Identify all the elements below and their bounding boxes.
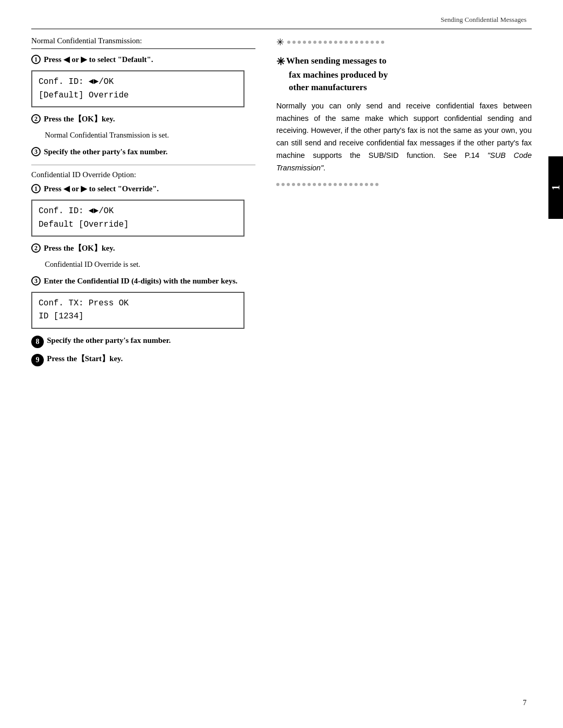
step-8-text: Specify the other party's fax number.	[47, 335, 171, 346]
sub-step-2-sub: Confidential ID Override is set.	[45, 259, 255, 270]
step-9-text: Press the【Start】key.	[47, 353, 123, 364]
lcd1-line1: Conf. ID: ◄►/OK	[39, 76, 237, 89]
sub-step-1-circle: 1	[31, 184, 41, 193]
sub-step-1: 1 Press ◀ or ▶ to select "Override".	[31, 183, 255, 194]
heading-icon: ✳	[276, 56, 285, 67]
sub-step-3-text: Enter the Confidential ID (4-digits) wit…	[44, 276, 238, 287]
page-header: Sending Confidential Messages	[440, 16, 527, 24]
step-2-text: Press the【OK】key.	[44, 114, 115, 125]
top-rule	[31, 29, 532, 29]
side-tab-number: 1	[550, 185, 562, 190]
sub-step-2-circle: 2	[31, 243, 41, 253]
subsection-title: Confidential ID Override Option:	[31, 170, 255, 179]
right-body: Normally you can only send and receive c…	[276, 100, 532, 175]
sub-step-3-circle: 3	[31, 276, 41, 286]
lcd3-line2: ID [1234]	[39, 310, 237, 324]
header-title: Sending Confidential Messages	[440, 16, 527, 23]
step-8-num: 8	[31, 336, 44, 348]
step-3: 3 Specify the other party's fax number.	[31, 146, 255, 157]
step-3-text: Specify the other party's fax number.	[44, 146, 168, 157]
sub-rule	[31, 165, 255, 165]
sun-icon: ✳	[276, 36, 284, 48]
page-container: Sending Confidential Messages 1 7 Normal…	[0, 0, 563, 728]
step-9-num: 9	[31, 354, 44, 366]
lcd1-line2: [Default] Override	[39, 89, 237, 103]
lcd-display-2: Conf. ID: ◄►/OK Default [Override]	[31, 200, 244, 237]
lcd2-line1: Conf. ID: ◄►/OK	[39, 205, 237, 218]
section-title: Normal Confidential Transmission:	[31, 36, 255, 45]
lcd2-line2: Default [Override]	[39, 218, 237, 232]
section-rule	[31, 48, 255, 49]
left-column: Normal Confidential Transmission: 1 Pres…	[31, 36, 255, 372]
step-2-circle: 2	[31, 114, 41, 124]
heading-line1: When sending messages to	[286, 56, 386, 66]
lcd-display-3: Conf. TX: Press OK ID [1234]	[31, 292, 244, 329]
step-9: 9 Press the【Start】key.	[31, 353, 255, 366]
step-8: 8 Specify the other party's fax number.	[31, 335, 255, 348]
right-column: ✳ ✳When sending messages to fax machine	[276, 36, 532, 186]
side-tab: 1	[548, 156, 563, 219]
heading-line3: other manufacturers	[289, 82, 367, 92]
page-number: 7	[523, 699, 527, 707]
step-3-circle: 3	[31, 147, 41, 156]
right-heading: ✳When sending messages to fax machines p…	[276, 54, 532, 94]
sub-step-1-text: Press ◀ or ▶ to select "Override".	[44, 183, 158, 194]
sub-step-3: 3 Enter the Confidential ID (4-digits) w…	[31, 276, 255, 287]
lcd-display-1: Conf. ID: ◄►/OK [Default] Override	[31, 70, 244, 107]
lcd3-line1: Conf. TX: Press OK	[39, 297, 237, 311]
step-2-sub: Normal Confidential Transmission is set.	[45, 130, 255, 141]
step-2: 2 Press the【OK】key.	[31, 114, 255, 125]
sub-step-2-text: Press the【OK】key.	[44, 243, 115, 254]
step-1: 1 Press ◀ or ▶ to select "Default".	[31, 54, 255, 65]
step-1-circle: 1	[31, 55, 41, 64]
dotted-line-bottom	[276, 183, 532, 186]
heading-line2: fax machines produced by	[289, 70, 388, 80]
right-body-text: Normally you can only send and receive c…	[276, 102, 532, 172]
sub-step-2: 2 Press the【OK】key.	[31, 243, 255, 254]
dotted-line-top: ✳	[276, 36, 532, 48]
step-1-text: Press ◀ or ▶ to select "Default".	[44, 54, 153, 65]
